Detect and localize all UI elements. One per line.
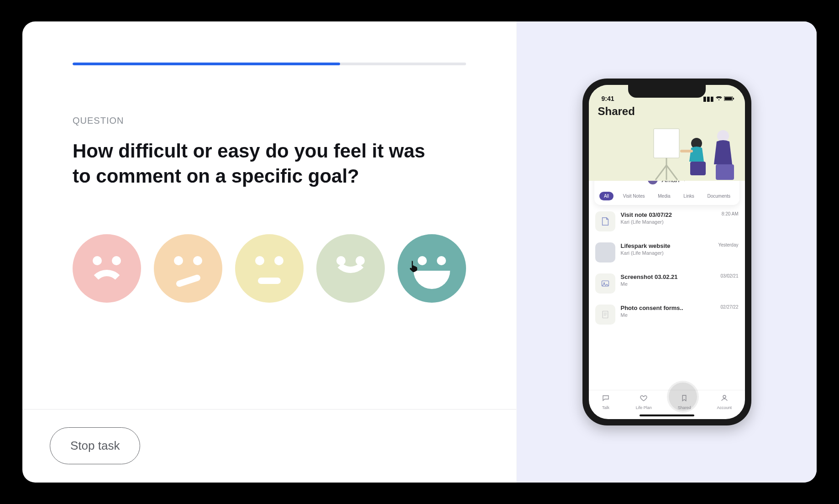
list-item-subtitle: Kari (Life Manager) bbox=[621, 219, 713, 225]
neutral-icon bbox=[258, 278, 281, 284]
tap-indicator-icon bbox=[669, 383, 697, 411]
phone-notch bbox=[628, 85, 706, 98]
hero-illustration bbox=[647, 126, 739, 181]
tabbar-life-plan[interactable]: Life Plan bbox=[636, 394, 652, 410]
list-item-time: 03/02/21 bbox=[721, 273, 739, 278]
svg-rect-8 bbox=[690, 162, 706, 175]
rating-face-very-difficult[interactable] bbox=[73, 234, 141, 303]
battery-icon bbox=[724, 95, 734, 102]
phone-status-icons: ▮▮▮ bbox=[703, 95, 734, 102]
list-item-title: Lifespark website bbox=[621, 242, 710, 249]
progress-bar bbox=[73, 63, 466, 65]
list-item[interactable]: Photo consent forms.. Me 02/27/22 bbox=[594, 299, 739, 330]
phone-tab-all[interactable]: All bbox=[599, 192, 614, 200]
list-item-subtitle: Me bbox=[621, 312, 713, 318]
image-icon bbox=[595, 273, 615, 294]
tabbar-talk[interactable]: Talk bbox=[602, 394, 610, 410]
phone-screen: 9:41 ▮▮▮ Shared bbox=[589, 85, 745, 419]
svg-line-6 bbox=[666, 165, 677, 180]
list-item[interactable]: Lifespark website Kari (Life Manager) Ye… bbox=[594, 237, 739, 268]
phone-tab-media[interactable]: Media bbox=[654, 192, 674, 200]
uneasy-icon bbox=[175, 274, 201, 288]
question-overline: QUESTION bbox=[73, 116, 466, 126]
stop-task-button[interactable]: Stop task bbox=[50, 427, 140, 464]
svg-rect-9 bbox=[680, 150, 693, 152]
svg-point-18 bbox=[723, 395, 726, 398]
list-item[interactable]: Visit note 03/07/22 Kari (Life Manager) … bbox=[594, 206, 739, 237]
list-item-subtitle: Me bbox=[621, 281, 713, 287]
rating-face-neutral[interactable] bbox=[235, 234, 304, 303]
person-icon bbox=[720, 394, 729, 404]
svg-rect-11 bbox=[716, 164, 734, 180]
svg-rect-3 bbox=[654, 129, 679, 158]
question-text: How difficult or easy do you feel it was… bbox=[73, 139, 438, 189]
tabbar-account[interactable]: Account bbox=[717, 394, 732, 410]
grin-icon bbox=[414, 271, 450, 289]
list-item-time: 02/27/22 bbox=[721, 304, 739, 310]
frown-icon bbox=[89, 270, 125, 306]
phone-status-time: 9:41 bbox=[602, 95, 614, 102]
survey-panel: QUESTION How difficult or easy do you fe… bbox=[22, 21, 517, 483]
heart-icon bbox=[640, 394, 648, 404]
list-item[interactable]: Screenshot 03.02.21 Me 03/02/21 bbox=[594, 268, 739, 299]
rating-faces bbox=[73, 234, 466, 303]
chat-icon bbox=[602, 394, 610, 404]
home-indicator bbox=[640, 415, 694, 416]
wifi-icon bbox=[716, 95, 722, 102]
list-item-time: 8:20 AM bbox=[722, 211, 739, 216]
phone-shared-list[interactable]: Visit note 03/07/22 Kari (Life Manager) … bbox=[589, 205, 745, 390]
svg-line-5 bbox=[655, 165, 666, 180]
list-item-subtitle: Kari (Life Manager) bbox=[621, 250, 710, 256]
rating-face-very-easy[interactable] bbox=[398, 234, 466, 303]
tabbar-label: Talk bbox=[602, 405, 609, 410]
preview-panel: 9:41 ▮▮▮ Shared bbox=[517, 21, 817, 483]
signal-icon: ▮▮▮ bbox=[703, 95, 714, 102]
app-card: QUESTION How difficult or easy do you fe… bbox=[22, 21, 817, 483]
svg-rect-1 bbox=[724, 97, 732, 100]
footer-divider bbox=[22, 409, 516, 410]
list-item-title: Photo consent forms.. bbox=[621, 304, 713, 311]
phone-tab-links[interactable]: Links bbox=[680, 192, 697, 200]
rating-face-easy[interactable] bbox=[316, 234, 385, 303]
phone-hero: Shared bbox=[589, 103, 745, 181]
rating-face-difficult[interactable] bbox=[154, 234, 222, 303]
tabbar-label: Account bbox=[717, 405, 732, 410]
smile-icon bbox=[332, 236, 369, 273]
tabbar-label: Life Plan bbox=[636, 405, 652, 410]
progress-fill bbox=[73, 63, 340, 65]
list-item-time: Yesterday bbox=[718, 242, 738, 247]
phone-mockup: 9:41 ▮▮▮ Shared bbox=[582, 79, 751, 425]
svg-rect-2 bbox=[733, 98, 734, 100]
photo-thumb-icon bbox=[595, 242, 615, 262]
phone-tab-visit-notes[interactable]: Visit Notes bbox=[619, 192, 649, 200]
phone-filter-tabs: All Visit Notes Media Links Documents bbox=[594, 189, 739, 201]
phone-tab-documents[interactable]: Documents bbox=[704, 192, 734, 200]
phone-page-title: Shared bbox=[598, 105, 736, 118]
list-item-title: Visit note 03/07/22 bbox=[621, 211, 713, 218]
list-item-title: Screenshot 03.02.21 bbox=[621, 273, 713, 280]
document-icon bbox=[595, 304, 615, 325]
note-icon bbox=[595, 211, 615, 231]
phone-tabbar: Talk Life Plan Shared bbox=[589, 390, 745, 419]
svg-rect-14 bbox=[603, 311, 608, 318]
